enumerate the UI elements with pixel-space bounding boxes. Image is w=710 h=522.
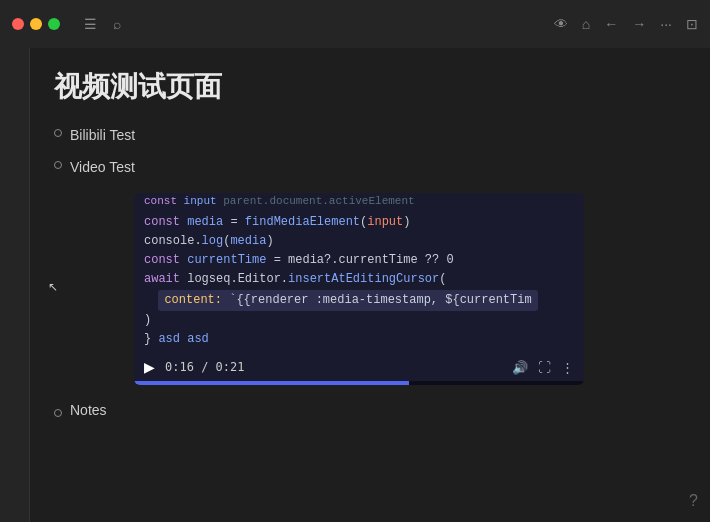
- notes-bullet-icon: [54, 409, 62, 417]
- left-sidebar: [0, 48, 30, 522]
- help-button[interactable]: ?: [689, 492, 698, 510]
- minimize-button[interactable]: [30, 18, 42, 30]
- mouse-cursor: ↖: [48, 280, 58, 294]
- home-icon[interactable]: ⌂: [582, 16, 590, 32]
- progress-bar-container[interactable]: [134, 381, 584, 385]
- eye-icon[interactable]: 👁: [554, 16, 568, 32]
- video-code-block: const input parent.document.activeElemen…: [134, 193, 584, 385]
- video-more-icon[interactable]: ⋮: [561, 360, 574, 375]
- notes-item: Notes: [54, 399, 686, 421]
- list-item: Bilibili Test: [54, 124, 686, 146]
- code-line-5: content: `{{renderer :media-timestamp, $…: [144, 290, 574, 311]
- titlebar-right-icons: 👁 ⌂ ← → ··· ⊡: [554, 16, 698, 32]
- play-button[interactable]: ▶: [144, 359, 155, 375]
- code-block: const media = findMediaElement(input) co…: [134, 207, 584, 353]
- volume-icon[interactable]: 🔊: [512, 360, 528, 375]
- more-icon[interactable]: ···: [660, 16, 672, 32]
- code-line-6: ): [144, 311, 574, 330]
- content-area: 视频测试页面 Bilibili Test Video Test const in…: [30, 48, 710, 522]
- forward-icon[interactable]: →: [632, 16, 646, 32]
- traffic-lights: [12, 18, 60, 30]
- bullet-icon: [54, 161, 62, 169]
- back-icon[interactable]: ←: [604, 16, 618, 32]
- progress-bar-fill: [134, 381, 409, 385]
- code-overflow-line: const input parent.document.activeElemen…: [134, 193, 584, 207]
- code-line-4: await logseq.Editor.insertAtEditingCurso…: [144, 270, 574, 289]
- menu-icon[interactable]: ☰: [84, 16, 97, 32]
- sub-bullet-item: const input parent.document.activeElemen…: [86, 189, 686, 385]
- notes-label: Notes: [70, 399, 107, 421]
- page-title: 视频测试页面: [54, 68, 686, 106]
- sidebar-icon[interactable]: ⊡: [686, 16, 698, 32]
- code-line-2: console.log(media): [144, 232, 574, 251]
- bilibili-test-label: Bilibili Test: [70, 124, 135, 146]
- close-button[interactable]: [12, 18, 24, 30]
- video-test-label: Video Test: [70, 156, 135, 178]
- time-display: 0:16 / 0:21: [165, 360, 245, 374]
- search-icon[interactable]: ⌕: [113, 16, 121, 32]
- titlebar-left-icons: ☰ ⌕: [84, 16, 121, 32]
- code-line-1: const media = findMediaElement(input): [144, 213, 574, 232]
- titlebar: ☰ ⌕ 👁 ⌂ ← → ··· ⊡: [0, 0, 710, 48]
- fullscreen-icon[interactable]: ⛶: [538, 360, 551, 375]
- list-item: Video Test: [54, 156, 686, 178]
- bullet-icon: [54, 129, 62, 137]
- video-controls-bar: ▶ 0:16 / 0:21 🔊 ⛶ ⋮: [134, 353, 584, 381]
- code-line-3: const currentTime = media?.currentTime ?…: [144, 251, 574, 270]
- code-line-7: } asd asd: [144, 330, 574, 349]
- main-layout: 视频测试页面 Bilibili Test Video Test const in…: [0, 48, 710, 522]
- maximize-button[interactable]: [48, 18, 60, 30]
